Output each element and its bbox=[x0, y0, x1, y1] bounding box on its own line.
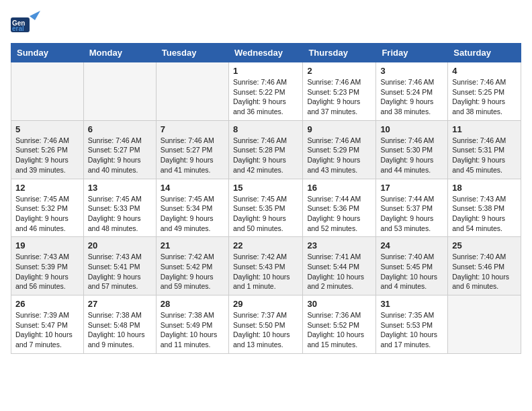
calendar-day-cell bbox=[156, 62, 228, 121]
page-header: Gen eral bbox=[11, 11, 521, 35]
day-number: 8 bbox=[233, 124, 298, 134]
calendar-day-cell: 10Sunrise: 7:46 AM Sunset: 5:30 PM Dayli… bbox=[376, 120, 448, 179]
calendar-day-cell: 29Sunrise: 7:37 AM Sunset: 5:50 PM Dayli… bbox=[228, 295, 302, 354]
day-number: 20 bbox=[88, 240, 152, 250]
calendar-day-cell: 18Sunrise: 7:43 AM Sunset: 5:38 PM Dayli… bbox=[448, 179, 521, 237]
calendar-day-cell bbox=[11, 62, 84, 121]
day-info: Sunrise: 7:40 AM Sunset: 5:46 PM Dayligh… bbox=[452, 252, 517, 291]
day-number: 15 bbox=[233, 183, 298, 193]
day-info: Sunrise: 7:39 AM Sunset: 5:47 PM Dayligh… bbox=[15, 310, 79, 350]
calendar-day-cell: 6Sunrise: 7:46 AM Sunset: 5:27 PM Daylig… bbox=[83, 120, 156, 179]
day-info: Sunrise: 7:36 AM Sunset: 5:52 PM Dayligh… bbox=[307, 310, 371, 350]
calendar-header-monday: Monday bbox=[83, 44, 156, 62]
logo: Gen eral bbox=[11, 11, 43, 35]
calendar-day-cell: 19Sunrise: 7:43 AM Sunset: 5:39 PM Dayli… bbox=[11, 237, 84, 295]
calendar-table: SundayMondayTuesdayWednesdayThursdayFrid… bbox=[11, 43, 521, 354]
calendar-day-cell: 14Sunrise: 7:45 AM Sunset: 5:34 PM Dayli… bbox=[156, 179, 228, 237]
day-info: Sunrise: 7:38 AM Sunset: 5:49 PM Dayligh… bbox=[161, 310, 224, 350]
day-number: 13 bbox=[88, 183, 152, 193]
day-number: 27 bbox=[88, 299, 152, 309]
calendar-header-sunday: Sunday bbox=[11, 44, 84, 62]
day-number: 24 bbox=[380, 240, 443, 250]
day-number: 11 bbox=[452, 124, 517, 134]
day-info: Sunrise: 7:35 AM Sunset: 5:53 PM Dayligh… bbox=[380, 310, 443, 350]
day-info: Sunrise: 7:46 AM Sunset: 5:26 PM Dayligh… bbox=[15, 136, 79, 175]
day-number: 2 bbox=[307, 66, 371, 76]
day-number: 16 bbox=[307, 183, 371, 193]
calendar-header-tuesday: Tuesday bbox=[156, 44, 228, 62]
day-info: Sunrise: 7:46 AM Sunset: 5:23 PM Dayligh… bbox=[307, 77, 371, 117]
day-info: Sunrise: 7:37 AM Sunset: 5:50 PM Dayligh… bbox=[233, 310, 298, 350]
calendar-day-cell: 7Sunrise: 7:46 AM Sunset: 5:27 PM Daylig… bbox=[156, 120, 228, 179]
day-info: Sunrise: 7:40 AM Sunset: 5:45 PM Dayligh… bbox=[380, 252, 443, 291]
day-number: 12 bbox=[15, 183, 79, 193]
day-info: Sunrise: 7:42 AM Sunset: 5:43 PM Dayligh… bbox=[233, 252, 298, 291]
calendar-day-cell: 22Sunrise: 7:42 AM Sunset: 5:43 PM Dayli… bbox=[228, 237, 302, 295]
day-info: Sunrise: 7:41 AM Sunset: 5:44 PM Dayligh… bbox=[307, 252, 371, 291]
calendar-header-row: SundayMondayTuesdayWednesdayThursdayFrid… bbox=[11, 44, 521, 62]
calendar-week-row: 12Sunrise: 7:45 AM Sunset: 5:32 PM Dayli… bbox=[11, 179, 521, 237]
day-number: 18 bbox=[452, 183, 517, 193]
calendar-day-cell: 31Sunrise: 7:35 AM Sunset: 5:53 PM Dayli… bbox=[376, 295, 448, 354]
calendar-day-cell: 30Sunrise: 7:36 AM Sunset: 5:52 PM Dayli… bbox=[303, 295, 376, 354]
day-number: 10 bbox=[380, 124, 443, 134]
day-info: Sunrise: 7:46 AM Sunset: 5:25 PM Dayligh… bbox=[452, 77, 517, 117]
calendar-day-cell: 4Sunrise: 7:46 AM Sunset: 5:25 PM Daylig… bbox=[448, 62, 521, 121]
day-number: 26 bbox=[15, 299, 79, 309]
svg-marker-3 bbox=[30, 11, 40, 20]
calendar-day-cell: 21Sunrise: 7:42 AM Sunset: 5:42 PM Dayli… bbox=[156, 237, 228, 295]
logo-icon: Gen eral bbox=[11, 11, 40, 35]
calendar-day-cell bbox=[448, 295, 521, 354]
calendar-day-cell: 1Sunrise: 7:46 AM Sunset: 5:22 PM Daylig… bbox=[228, 62, 302, 121]
day-number: 7 bbox=[161, 124, 224, 134]
calendar-day-cell: 2Sunrise: 7:46 AM Sunset: 5:23 PM Daylig… bbox=[303, 62, 376, 121]
calendar-day-cell: 16Sunrise: 7:44 AM Sunset: 5:36 PM Dayli… bbox=[303, 179, 376, 237]
day-number: 17 bbox=[380, 183, 443, 193]
day-info: Sunrise: 7:42 AM Sunset: 5:42 PM Dayligh… bbox=[161, 252, 224, 291]
calendar-day-cell bbox=[83, 62, 156, 121]
day-info: Sunrise: 7:43 AM Sunset: 5:41 PM Dayligh… bbox=[88, 252, 152, 291]
day-info: Sunrise: 7:45 AM Sunset: 5:32 PM Dayligh… bbox=[15, 194, 79, 234]
calendar-day-cell: 5Sunrise: 7:46 AM Sunset: 5:26 PM Daylig… bbox=[11, 120, 84, 179]
calendar-day-cell: 13Sunrise: 7:45 AM Sunset: 5:33 PM Dayli… bbox=[83, 179, 156, 237]
calendar-week-row: 19Sunrise: 7:43 AM Sunset: 5:39 PM Dayli… bbox=[11, 237, 521, 295]
day-number: 14 bbox=[161, 183, 224, 193]
calendar-day-cell: 15Sunrise: 7:45 AM Sunset: 5:35 PM Dayli… bbox=[228, 179, 302, 237]
calendar-day-cell: 27Sunrise: 7:38 AM Sunset: 5:48 PM Dayli… bbox=[83, 295, 156, 354]
calendar-day-cell: 24Sunrise: 7:40 AM Sunset: 5:45 PM Dayli… bbox=[376, 237, 448, 295]
day-number: 4 bbox=[452, 66, 517, 76]
calendar-day-cell: 26Sunrise: 7:39 AM Sunset: 5:47 PM Dayli… bbox=[11, 295, 84, 354]
day-info: Sunrise: 7:46 AM Sunset: 5:30 PM Dayligh… bbox=[380, 136, 443, 175]
day-number: 6 bbox=[88, 124, 152, 134]
calendar-day-cell: 25Sunrise: 7:40 AM Sunset: 5:46 PM Dayli… bbox=[448, 237, 521, 295]
calendar-day-cell: 9Sunrise: 7:46 AM Sunset: 5:29 PM Daylig… bbox=[303, 120, 376, 179]
day-number: 31 bbox=[380, 299, 443, 309]
day-info: Sunrise: 7:44 AM Sunset: 5:37 PM Dayligh… bbox=[380, 194, 443, 234]
calendar-day-cell: 11Sunrise: 7:46 AM Sunset: 5:31 PM Dayli… bbox=[448, 120, 521, 179]
day-info: Sunrise: 7:46 AM Sunset: 5:31 PM Dayligh… bbox=[452, 136, 517, 175]
day-number: 3 bbox=[380, 66, 443, 76]
calendar-day-cell: 20Sunrise: 7:43 AM Sunset: 5:41 PM Dayli… bbox=[83, 237, 156, 295]
calendar-day-cell: 28Sunrise: 7:38 AM Sunset: 5:49 PM Dayli… bbox=[156, 295, 228, 354]
day-info: Sunrise: 7:44 AM Sunset: 5:36 PM Dayligh… bbox=[307, 194, 371, 234]
day-info: Sunrise: 7:46 AM Sunset: 5:22 PM Dayligh… bbox=[233, 77, 298, 117]
day-number: 1 bbox=[233, 66, 298, 76]
calendar-week-row: 5Sunrise: 7:46 AM Sunset: 5:26 PM Daylig… bbox=[11, 120, 521, 179]
day-info: Sunrise: 7:43 AM Sunset: 5:39 PM Dayligh… bbox=[15, 252, 79, 291]
day-info: Sunrise: 7:46 AM Sunset: 5:28 PM Dayligh… bbox=[233, 136, 298, 175]
day-number: 19 bbox=[15, 240, 79, 250]
day-number: 30 bbox=[307, 299, 371, 309]
day-number: 29 bbox=[233, 299, 298, 309]
calendar-day-cell: 8Sunrise: 7:46 AM Sunset: 5:28 PM Daylig… bbox=[228, 120, 302, 179]
day-info: Sunrise: 7:46 AM Sunset: 5:24 PM Dayligh… bbox=[380, 77, 443, 117]
calendar-day-cell: 12Sunrise: 7:45 AM Sunset: 5:32 PM Dayli… bbox=[11, 179, 84, 237]
calendar-header-wednesday: Wednesday bbox=[228, 44, 302, 62]
day-number: 23 bbox=[307, 240, 371, 250]
svg-text:eral: eral bbox=[12, 25, 24, 32]
day-info: Sunrise: 7:38 AM Sunset: 5:48 PM Dayligh… bbox=[88, 310, 152, 350]
calendar-day-cell: 3Sunrise: 7:46 AM Sunset: 5:24 PM Daylig… bbox=[376, 62, 448, 121]
day-number: 21 bbox=[161, 240, 224, 250]
day-info: Sunrise: 7:46 AM Sunset: 5:27 PM Dayligh… bbox=[88, 136, 152, 175]
day-number: 28 bbox=[161, 299, 224, 309]
day-number: 5 bbox=[15, 124, 79, 134]
